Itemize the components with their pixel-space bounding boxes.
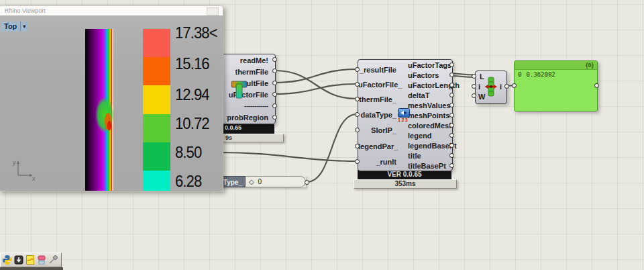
port[interactable] bbox=[504, 84, 509, 89]
output-label: uFactors bbox=[408, 71, 439, 80]
wire[interactable] bbox=[219, 152, 357, 161]
output-label: coloredMesh bbox=[408, 121, 453, 130]
output-panel[interactable]: {0} 00.362082 bbox=[514, 60, 598, 111]
port[interactable] bbox=[594, 83, 599, 88]
port[interactable] bbox=[472, 84, 476, 89]
port[interactable] bbox=[449, 113, 454, 118]
output-label: title bbox=[408, 151, 421, 161]
panel-path-header: {0} bbox=[515, 61, 597, 70]
chevron-down-icon[interactable]: ▾ bbox=[20, 21, 28, 32]
component-icon bbox=[398, 108, 410, 118]
wire[interactable] bbox=[307, 114, 357, 182]
wire[interactable] bbox=[451, 74, 474, 75]
input-label: thermFile_ bbox=[358, 95, 396, 104]
port[interactable] bbox=[355, 67, 360, 72]
legend-color-block bbox=[143, 29, 170, 57]
port[interactable] bbox=[355, 97, 360, 101]
slider-grip-icon[interactable]: ◇ bbox=[249, 178, 254, 185]
viewport-canvas[interactable]: Top ▾ 17.38< 15.16 12.94 10.72 bbox=[0, 15, 223, 191]
input-label: L bbox=[480, 72, 484, 81]
port[interactable] bbox=[449, 83, 454, 87]
port[interactable] bbox=[272, 115, 277, 120]
input-label: uFactorFile_ bbox=[358, 80, 396, 89]
view-label[interactable]: Top bbox=[1, 21, 20, 32]
port[interactable] bbox=[355, 128, 360, 132]
panel-value-row: 00.362082 bbox=[515, 70, 597, 78]
output-label: meshValues bbox=[408, 101, 451, 110]
port[interactable] bbox=[272, 81, 277, 85]
output-label: meshPoints bbox=[408, 111, 449, 120]
legend-value: 17.38< bbox=[175, 24, 217, 42]
panel-row-index: 0 bbox=[518, 71, 521, 78]
wire[interactable] bbox=[451, 76, 474, 77]
legend-value: 10.72 bbox=[175, 114, 209, 133]
port[interactable] bbox=[449, 73, 454, 77]
port[interactable] bbox=[272, 92, 277, 97]
input-label: W bbox=[478, 92, 485, 101]
eraser-icon[interactable] bbox=[36, 255, 47, 265]
output-label: i bbox=[500, 82, 502, 91]
port[interactable] bbox=[355, 159, 360, 164]
thermal-anomaly-blob bbox=[87, 88, 121, 142]
runtime-badge: 353ms bbox=[354, 179, 457, 189]
axis-indicator-icon: y x bbox=[10, 158, 40, 182]
port[interactable] bbox=[449, 123, 454, 128]
input-label: dataType_ bbox=[358, 110, 396, 120]
svg-text:y: y bbox=[12, 159, 16, 166]
read-therm-result-node[interactable]: _resultFile uFactorFile_ thermFile_ data… bbox=[358, 59, 453, 171]
input-label: _runIt bbox=[358, 157, 396, 167]
port[interactable] bbox=[449, 93, 454, 97]
output-label: titleBasePt bbox=[408, 161, 446, 171]
list-item-node[interactable]: L i W i bbox=[475, 71, 507, 104]
component-icon-digits: 123 bbox=[398, 118, 409, 122]
port[interactable] bbox=[449, 103, 454, 107]
port[interactable] bbox=[272, 69, 277, 73]
top-view-dropdown[interactable]: Top ▾ bbox=[1, 21, 28, 32]
port[interactable] bbox=[449, 153, 454, 158]
input-label: i bbox=[478, 82, 480, 91]
window-button[interactable] bbox=[207, 7, 219, 15]
legend-color-block bbox=[143, 57, 170, 85]
port[interactable] bbox=[449, 163, 454, 168]
legend-value: 6.28 bbox=[175, 172, 201, 191]
port[interactable] bbox=[355, 144, 360, 148]
download-icon[interactable] bbox=[13, 255, 24, 265]
port[interactable] bbox=[449, 133, 454, 138]
legend-value: 12.94 bbox=[175, 85, 209, 104]
port[interactable] bbox=[472, 74, 476, 79]
port[interactable] bbox=[512, 83, 517, 88]
input-label: SIorIP_ bbox=[358, 126, 396, 135]
output-label: legend bbox=[408, 131, 431, 140]
datatype-slider[interactable]: taType_ ◇ 0 bbox=[213, 176, 306, 187]
legend-color-block bbox=[143, 142, 170, 171]
output-label: uFactorTags bbox=[408, 60, 451, 70]
svg-text:x: x bbox=[32, 175, 36, 182]
list-item-icon bbox=[485, 77, 497, 97]
output-label: deltaT bbox=[408, 91, 429, 100]
port[interactable] bbox=[272, 57, 277, 62]
viewport-title: Rhino Viewport bbox=[5, 7, 46, 14]
port[interactable] bbox=[355, 112, 360, 117]
input-label: legendPar_ bbox=[358, 142, 396, 151]
slider-value: 0 bbox=[258, 178, 262, 185]
port[interactable] bbox=[472, 93, 476, 98]
rhino-viewport-window[interactable]: Rhino Viewport Top ▾ 1 bbox=[0, 5, 223, 191]
toolbar[interactable] bbox=[0, 253, 62, 267]
legend-color-block bbox=[143, 85, 170, 114]
pin-icon[interactable] bbox=[48, 255, 58, 265]
port[interactable] bbox=[449, 62, 454, 67]
port[interactable] bbox=[449, 143, 454, 148]
scribble-icon[interactable] bbox=[25, 255, 36, 265]
port[interactable] bbox=[305, 180, 309, 185]
panel-row-value: 0.362082 bbox=[526, 71, 555, 78]
runtime-badge: 9s bbox=[217, 134, 284, 142]
grasshopper-canvas[interactable]: readMe! thermFile resultFile uFactorFile… bbox=[0, 0, 644, 270]
port[interactable] bbox=[272, 103, 277, 108]
therm-icon bbox=[231, 79, 248, 99]
slider-track[interactable]: ◇ 0 bbox=[246, 176, 306, 187]
python-icon[interactable] bbox=[2, 255, 13, 265]
toolbar-shadow bbox=[0, 267, 63, 270]
viewport-titlebar[interactable]: Rhino Viewport bbox=[0, 6, 223, 15]
port[interactable] bbox=[355, 82, 360, 87]
legend-color-block bbox=[143, 114, 170, 142]
